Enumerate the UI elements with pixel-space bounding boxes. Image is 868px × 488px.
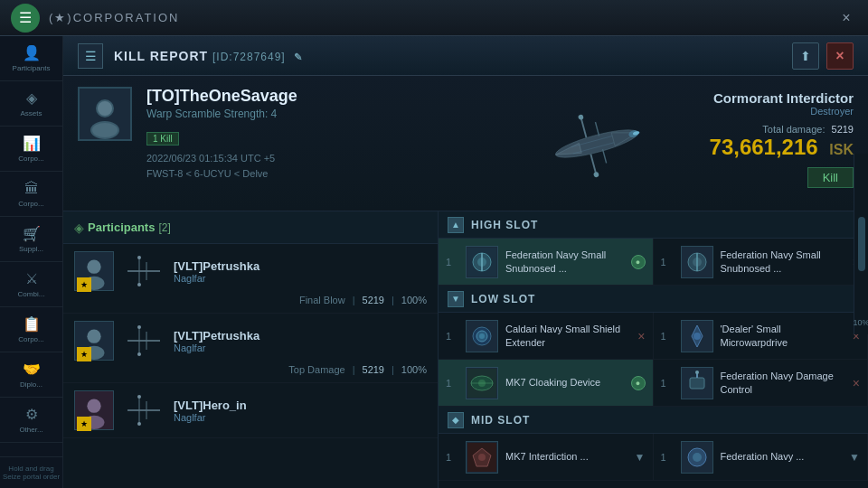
- svg-point-33: [137, 325, 141, 329]
- slot-num: 1: [661, 331, 674, 342]
- high-slot-icon: ▲: [448, 217, 464, 233]
- low-slot-icon: ▼: [448, 291, 464, 307]
- low-slot-label: Low Slot: [471, 293, 535, 305]
- high-slot-label: High Slot: [471, 219, 538, 231]
- high-slot-item-2: 1 Federation Navy Small Snubnosed ... ×: [654, 239, 869, 286]
- top-menu-icon[interactable]: ☰: [11, 4, 40, 33]
- sidebar-item-other[interactable]: ⚙ Other...: [0, 398, 62, 443]
- slot-item-icon: [681, 320, 713, 352]
- slot-num: 1: [446, 378, 458, 389]
- svg-point-25: [137, 256, 141, 259]
- sidebar-item-assets[interactable]: ◈ Assets: [0, 81, 62, 127]
- participant-item: ★ [: [63, 314, 438, 383]
- kr-close-button[interactable]: ×: [826, 42, 854, 70]
- participant-star: ★: [77, 347, 91, 361]
- slot-remove-button[interactable]: ×: [637, 329, 645, 343]
- slot-item-name: Federation Navy ...: [721, 450, 843, 463]
- mid-slot-grid: 1 MK7 Interdiction ... ▼ 1: [439, 434, 868, 481]
- high-slot-header: ▲ High Slot: [439, 211, 868, 239]
- kill-report-id: [ID:7287649]: [212, 51, 286, 63]
- isk-unit: ISK: [829, 142, 854, 157]
- slot-expand-button[interactable]: ▼: [635, 451, 646, 464]
- participant-row: ★ [: [74, 390, 427, 430]
- participant-item: ★ [: [63, 244, 438, 314]
- participant-stats: Final Blow | 5219 | 100%: [74, 295, 427, 305]
- sidebar-item-combat[interactable]: ⚔ Combi...: [0, 262, 62, 307]
- slot-item-name: MK7 Cloaking Device: [505, 376, 624, 389]
- low-slot-header: ▼ Low Slot: [439, 286, 868, 313]
- participant-avatar: ★: [74, 390, 114, 430]
- total-damage-label: Total damage: 5219: [762, 124, 854, 135]
- svg-rect-63: [690, 378, 704, 389]
- kill-report-title: KILL REPORT [ID:7287649] ✎: [114, 49, 781, 63]
- kr-export-button[interactable]: ⬆: [792, 42, 819, 70]
- participant-stats: Top Damage | 5219 | 100%: [74, 364, 427, 375]
- participants-panel: ◈ Participants [2] ★: [63, 211, 439, 488]
- members-icon: 👤: [23, 44, 41, 61]
- svg-point-68: [478, 454, 486, 461]
- slot-num: 1: [446, 331, 458, 342]
- slot-remove-button[interactable]: ×: [853, 376, 860, 390]
- combat-icon: ⚔: [25, 270, 38, 287]
- slot-item-name: Caldari Navy Small Shield Extender: [505, 323, 630, 349]
- stat-label: Top Damage: [288, 364, 344, 375]
- slot-item-icon: [466, 320, 498, 352]
- assets-icon: ◈: [26, 89, 37, 107]
- top-close-button[interactable]: ×: [835, 7, 857, 29]
- kill-report-header: ☰ KILL REPORT [ID:7287649] ✎ ⬆ ×: [63, 36, 868, 76]
- svg-point-20: [87, 260, 100, 274]
- participant-info: [VLT]Petrushka Naglfar: [174, 329, 427, 353]
- slot-item-icon: [681, 246, 713, 278]
- isk-value: 73,661,216 ISK: [710, 135, 854, 160]
- participant-ship-icon: [121, 251, 166, 291]
- sidebar: 👤 Participants ◈ Assets 📊 Corpo... 🏛 Cor…: [0, 36, 63, 488]
- corp1-icon: 📊: [23, 135, 41, 152]
- sidebar-item-supply[interactable]: 🛒 Suppl...: [0, 217, 62, 262]
- bottom-section: ◈ Participants [2] ★: [63, 211, 868, 488]
- sidebar-item-corp2[interactable]: 🏛 Corpo...: [0, 172, 62, 217]
- slot-active-indicator: ●: [631, 376, 646, 390]
- other-icon: ⚙: [25, 406, 38, 423]
- kr-actions: ⬆ ×: [792, 42, 854, 70]
- kr-menu-button[interactable]: ☰: [78, 43, 103, 69]
- supply-icon: 🛒: [23, 225, 41, 242]
- ship-type: Destroyer: [810, 106, 854, 117]
- mid-slot-header: ◆ Mid Slot: [439, 407, 868, 434]
- participants-title: Participants: [88, 221, 155, 234]
- low-slot-item-3: 1 MK7 Cloaking Device ●: [439, 360, 654, 407]
- participant-star: ★: [77, 417, 91, 431]
- mid-slot-item-2: 1 Federation Navy ... ▼: [654, 434, 869, 481]
- sidebar-item-corp3[interactable]: 📋 Corpo...: [0, 307, 62, 352]
- svg-point-26: [137, 283, 141, 286]
- ship-image: [524, 85, 669, 202]
- high-slot-grid: 1 Federation Navy Small Snubnosed ... ● …: [439, 239, 868, 286]
- slot-expand-button[interactable]: ▼: [849, 451, 860, 464]
- sidebar-item-corp1[interactable]: 📊 Corpo...: [0, 127, 62, 172]
- sidebar-item-members[interactable]: 👤 Participants: [0, 36, 62, 81]
- slots-panel: ▲ High Slot 1 Federation Navy Small Snub…: [439, 211, 868, 488]
- stat-label: Final Blow: [299, 295, 345, 305]
- participants-count: [2]: [158, 221, 170, 234]
- participant-name: [VLT]Hero_in: [174, 399, 427, 412]
- sidebar-bottom-text: Hold and dragSeize portal order: [0, 456, 62, 488]
- participant-avatar: ★: [74, 251, 114, 291]
- mid-slot-icon: ◆: [448, 412, 464, 428]
- kill-stats: Cormorant Interdictor Destroyer Total da…: [655, 87, 854, 200]
- stat-percent: 100%: [401, 295, 427, 305]
- participant-row: ★ [: [74, 321, 427, 361]
- slot-item-icon: [466, 441, 498, 474]
- right-scrollbar[interactable]: 10%: [854, 154, 868, 334]
- slot-item-name: 'Dealer' Small Microwarpdrive: [721, 323, 845, 349]
- svg-point-34: [137, 352, 141, 356]
- sidebar-item-diplo[interactable]: 🤝 Diplo...: [0, 352, 62, 398]
- participant-avatar: ★: [74, 321, 114, 361]
- diplo-icon: 🤝: [23, 361, 41, 378]
- participant-info: [VLT]Hero_in Naglfar: [174, 399, 427, 423]
- player-badge: 1 Kill: [146, 132, 179, 145]
- low-slot-item-4: 1 Federation Navy Damage Control ×: [654, 360, 869, 407]
- participants-header: ◈ Participants [2]: [63, 211, 438, 244]
- corp2-icon: 🏛: [24, 181, 39, 197]
- kill-info: [TO]TheOneSavage Warp Scramble Strength:…: [63, 76, 868, 211]
- svg-point-54: [479, 333, 485, 339]
- svg-point-71: [693, 453, 702, 462]
